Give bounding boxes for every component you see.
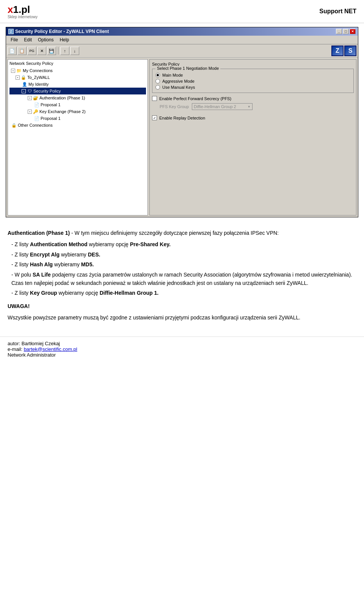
radio-item-manual-keys[interactable]: Use Manual Keys: [155, 85, 350, 90]
pfs-checkbox[interactable]: [152, 96, 157, 101]
menu-file[interactable]: File: [8, 36, 21, 43]
pfs-key-group-select: Diffie-Hellman Group 2 ▼: [192, 103, 253, 110]
phase1-group-box: Select Phase 1 Negotiation Mode Main Mod…: [152, 69, 354, 93]
radio-item-main-mode[interactable]: Main Mode: [155, 73, 350, 77]
intro-dash: - W tym miejscu definiujemy szczegóły do…: [71, 230, 279, 236]
tree-label-security-policy: Security Policy: [33, 89, 61, 93]
user-icon: 👤: [22, 81, 28, 87]
radio-item-aggressive-mode[interactable]: Aggressive Mode: [155, 79, 350, 83]
pfs-checkbox-item[interactable]: Enable Perfect Forward Secrecy (PFS): [152, 96, 354, 101]
zy-s-btn: S: [344, 46, 356, 56]
shield-icon: 🛡: [27, 88, 33, 94]
footer: autor: Bartłomiej Czekaj e-mail: bartek@…: [0, 336, 364, 362]
radio-aggressive-mode[interactable]: [155, 79, 160, 83]
logo-subtitle: Sklep internetowy: [8, 15, 38, 19]
pfs-key-group-row: PFS Key Group Diffie-Hellman Group 2 ▼: [160, 103, 354, 110]
replay-checkbox-item[interactable]: Enable Replay Detection: [152, 115, 354, 120]
dialog-title: Security Policy Editor - ZyWALL VPN Clie…: [15, 29, 109, 34]
logo-x: x: [8, 4, 13, 16]
expand-security-policy[interactable]: -: [22, 89, 26, 93]
footer-role: Network Administrator: [8, 352, 356, 358]
close-button[interactable]: ✕: [350, 29, 356, 34]
toolbar-save-btn[interactable]: 💾: [47, 47, 56, 55]
list-item-sa-life: W polu SA Life podajemy czas życia param…: [11, 270, 356, 288]
key-icon: 🔑: [33, 108, 39, 115]
titlebar-buttons[interactable]: _ □ ✕: [336, 29, 356, 34]
expand-to-zywall[interactable]: -: [16, 75, 20, 80]
tree-label-proposal1-auth: Proposal 1: [41, 102, 61, 107]
main-content: Network Security Policy - 📁 My Connectio…: [6, 58, 358, 217]
tree-item-to-zywall[interactable]: - 🔒 To_ZyWALL: [9, 74, 146, 81]
restore-button[interactable]: □: [343, 29, 349, 34]
zy-z-btn: Z: [331, 46, 344, 56]
support-net-label: Support NET: [319, 8, 356, 15]
list-item-hash-alg: Z listy Hash Alg wybieramy MD5.: [11, 260, 356, 269]
logo-1pl: 1.pl: [13, 4, 30, 16]
dialog-icon: Z: [8, 29, 14, 34]
lock-icon: 🔒: [20, 74, 27, 80]
tree-item-my-connections[interactable]: - 📁 My Connections: [9, 67, 146, 74]
toolbar: 📄 📋 PG ✕ 💾 ↑ ↓ Z S: [6, 44, 358, 58]
minimize-button[interactable]: _: [336, 29, 342, 34]
toolbar-new-btn[interactable]: 📄: [8, 47, 17, 55]
proposal-icon: 📄: [34, 102, 40, 108]
toolbar-delete-btn[interactable]: ✕: [37, 47, 46, 55]
left-panel: Network Security Policy - 📁 My Connectio…: [8, 59, 148, 215]
tree-item-my-identity[interactable]: 👤 My Identity: [9, 81, 146, 88]
list-item-encrypt-alg: Z listy Encrypt Alg wybieramy DES.: [11, 250, 356, 259]
uwaga-title: UWAGA!: [8, 302, 356, 310]
proposal2-icon: 📄: [34, 115, 40, 121]
bullet-list: Z listy Authentication Method wybieramy …: [11, 240, 356, 297]
phase1-radio-group: Main Mode Aggressive Mode Use Manual Key…: [155, 73, 350, 90]
tree-label-key-exchange-phase2: Key Exchange (Phase 2): [39, 109, 86, 114]
tree-label-other-connections: Other Connections: [18, 123, 53, 127]
toolbar-down-btn[interactable]: ↓: [70, 47, 79, 55]
intro-paragraph: Authentication (Phase 1) - W tym miejscu…: [8, 229, 356, 237]
menu-options[interactable]: Options: [35, 36, 56, 43]
footer-email-link[interactable]: bartek@scientific.com.pl: [24, 346, 77, 352]
tree-label-auth-phase1: Authentication (Phase 1): [39, 96, 85, 100]
toolbar-up-btn[interactable]: ↑: [60, 47, 69, 55]
zy-logo-area: Z S: [331, 46, 356, 56]
pfs-key-group-value: Diffie-Hellman Group 2: [194, 104, 236, 109]
folder-icon: 📁: [16, 68, 22, 74]
replay-checkbox[interactable]: [152, 115, 157, 120]
expand-key-exchange[interactable]: -: [28, 110, 32, 114]
tree-label-proposal1-key: Proposal 1: [41, 116, 61, 121]
network-security-policy-label: Network Security Policy: [9, 61, 146, 66]
menu-edit[interactable]: Edit: [21, 36, 35, 43]
radio-manual-keys[interactable]: [155, 85, 160, 90]
other-icon: 🔒: [11, 122, 17, 128]
menu-help[interactable]: Help: [56, 36, 72, 43]
expand-auth-phase1[interactable]: -: [28, 96, 32, 100]
body-text-content: Authentication (Phase 1) - W tym miejscu…: [0, 225, 364, 329]
tree-item-other-connections[interactable]: 🔒 Other Connections: [9, 122, 146, 129]
right-panel: Security Policy Select Phase 1 Negotiati…: [149, 59, 356, 215]
logo-area: x 1.pl Sklep internetowy: [8, 4, 38, 19]
tree-item-proposal1-auth[interactable]: 📄 Proposal 1: [9, 101, 146, 108]
list-item-auth-method: Z listy Authentication Method wybieramy …: [11, 240, 356, 248]
toolbar-pg-btn[interactable]: PG: [27, 47, 36, 55]
titlebar-left: Z Security Policy Editor - ZyWALL VPN Cl…: [8, 29, 109, 34]
footer-email-row: e-mail: bartek@scientific.com.pl: [8, 346, 356, 352]
footer-email-label: e-mail:: [8, 346, 24, 352]
tree-item-auth-phase1[interactable]: - 🔐 Authentication (Phase 1): [9, 94, 146, 101]
radio-label-aggressive-mode: Aggressive Mode: [162, 79, 195, 83]
tree-item-security-policy[interactable]: - 🛡 Security Policy: [9, 88, 146, 94]
pfs-key-group-label: PFS Key Group: [160, 104, 189, 109]
radio-label-main-mode: Main Mode: [162, 73, 183, 77]
radio-label-manual-keys: Use Manual Keys: [162, 85, 195, 90]
phase1-group-legend: Select Phase 1 Negotiation Mode: [155, 66, 220, 71]
pfs-checkbox-label: Enable Perfect Forward Secrecy (PFS): [159, 96, 231, 101]
tree-item-proposal1-key[interactable]: 📄 Proposal 1: [9, 115, 146, 122]
tree-item-key-exchange-phase2[interactable]: - 🔑 Key Exchange (Phase 2): [9, 108, 146, 115]
tree-label-my-connections: My Connections: [23, 68, 53, 73]
toolbar-copy-btn[interactable]: 📋: [17, 47, 27, 55]
expand-my-connections[interactable]: -: [11, 69, 15, 73]
radio-main-mode[interactable]: [155, 73, 160, 77]
dropdown-arrow-icon: ▼: [248, 105, 251, 108]
tree-label-my-identity: My Identity: [28, 82, 49, 86]
intro-bold: Authentication (Phase 1): [8, 230, 70, 236]
replay-checkbox-label: Enable Replay Detection: [159, 116, 205, 120]
uwaga-text: Wszystkie powyższe parametry muszą być z…: [8, 313, 356, 322]
